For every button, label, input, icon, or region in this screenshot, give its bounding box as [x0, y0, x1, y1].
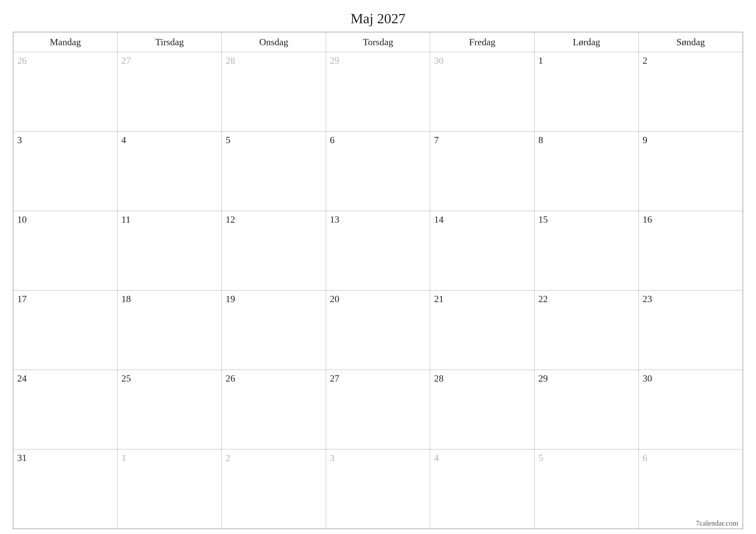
day-cell: 19: [222, 291, 326, 370]
day-number: 21: [434, 293, 444, 304]
day-cell: 4: [118, 132, 222, 211]
weekday-header: Onsdag: [222, 32, 326, 52]
day-cell: 29: [534, 370, 639, 449]
day-cell: 3: [326, 449, 430, 529]
day-cell: 3: [13, 132, 118, 211]
day-number: 3: [330, 452, 335, 463]
day-number: 5: [226, 135, 230, 145]
day-number: 24: [17, 373, 27, 384]
day-cell: 16: [638, 211, 743, 291]
week-row: 10 11 12 13 14 15 16: [13, 211, 743, 291]
day-cell: 7: [430, 132, 534, 211]
day-number: 17: [17, 293, 27, 304]
day-number: 26: [226, 373, 235, 384]
day-number: 30: [434, 55, 444, 66]
day-cell: 27: [118, 52, 222, 132]
day-cell: 21: [430, 291, 534, 370]
day-cell: 28: [430, 370, 534, 449]
day-cell: 13: [326, 211, 430, 291]
day-cell: 25: [118, 370, 222, 449]
weekday-header-row: Mandag Tirsdag Onsdag Torsdag Fredag Lør…: [13, 32, 743, 52]
day-cell: 29: [326, 52, 430, 132]
day-number: 27: [121, 55, 131, 66]
day-cell: 2: [638, 52, 743, 132]
day-cell: 6: [326, 132, 430, 211]
calendar-grid: Mandag Tirsdag Onsdag Torsdag Fredag Lør…: [13, 32, 743, 529]
day-number: 28: [226, 55, 235, 66]
day-number: 5: [538, 452, 543, 463]
day-number: 4: [434, 452, 439, 463]
day-cell: 6: [638, 449, 743, 529]
day-number: 25: [121, 373, 131, 384]
day-number: 15: [538, 214, 548, 225]
weekday-header: Fredag: [430, 32, 534, 52]
day-cell: 17: [13, 291, 118, 370]
day-number: 29: [330, 55, 339, 66]
day-cell: 18: [118, 291, 222, 370]
day-number: 16: [643, 214, 652, 225]
day-cell: 31: [13, 449, 118, 529]
day-number: 19: [226, 293, 235, 304]
day-number: 14: [434, 214, 444, 225]
week-row: 3 4 5 6 7 8 9: [13, 132, 743, 211]
day-cell: 12: [222, 211, 326, 291]
day-cell: 4: [430, 449, 534, 529]
weekday-header: Tirsdag: [118, 32, 222, 52]
day-cell: 30: [430, 52, 534, 132]
day-cell: 11: [118, 211, 222, 291]
footer-credit: 7calendar.com: [13, 519, 743, 527]
week-row: 26 27 28 29 30 1 2: [13, 52, 743, 132]
day-cell: 15: [534, 211, 639, 291]
day-cell: 14: [430, 211, 534, 291]
day-number: 29: [538, 373, 548, 384]
day-number: 31: [17, 452, 27, 463]
day-number: 18: [121, 293, 131, 304]
day-cell: 26: [222, 370, 326, 449]
day-number: 28: [434, 373, 444, 384]
day-number: 27: [330, 373, 339, 384]
day-number: 30: [643, 373, 652, 384]
weekday-header: Torsdag: [326, 32, 430, 52]
day-cell: 27: [326, 370, 430, 449]
day-cell: 5: [222, 132, 326, 211]
day-cell: 24: [13, 370, 118, 449]
day-number: 6: [330, 135, 335, 145]
calendar-body: 26 27 28 29 30 1 2 3 4 5 6 7 8 9 10 11 1…: [13, 52, 743, 529]
day-number: 23: [643, 293, 652, 304]
day-number: 2: [643, 55, 647, 66]
day-number: 22: [538, 293, 548, 304]
day-number: 2: [226, 452, 230, 463]
day-number: 3: [17, 135, 22, 145]
day-number: 13: [330, 214, 339, 225]
day-cell: 1: [534, 52, 639, 132]
day-cell: 10: [13, 211, 118, 291]
day-number: 1: [538, 55, 543, 66]
day-number: 26: [17, 55, 27, 66]
day-cell: 20: [326, 291, 430, 370]
day-number: 8: [538, 135, 543, 145]
weekday-header: Lørdag: [534, 32, 639, 52]
week-row: 31 1 2 3 4 5 6: [13, 449, 743, 529]
day-number: 7: [434, 135, 439, 145]
day-cell: 26: [13, 52, 118, 132]
weekday-header: Søndag: [638, 32, 743, 52]
day-number: 11: [121, 214, 130, 225]
day-number: 10: [17, 214, 27, 225]
calendar-page: Maj 2027 Mandag Tirsdag Onsdag Torsdag F…: [0, 0, 756, 534]
week-row: 17 18 19 20 21 22 23: [13, 291, 743, 370]
day-cell: 9: [638, 132, 743, 211]
day-cell: 30: [638, 370, 743, 449]
day-cell: 5: [534, 449, 639, 529]
day-cell: 28: [222, 52, 326, 132]
day-cell: 23: [638, 291, 743, 370]
week-row: 24 25 26 27 28 29 30: [13, 370, 743, 449]
page-title: Maj 2027: [13, 10, 743, 27]
day-number: 1: [121, 452, 126, 463]
day-cell: 2: [222, 449, 326, 529]
day-number: 20: [330, 293, 339, 304]
day-number: 12: [226, 214, 235, 225]
day-number: 6: [643, 452, 647, 463]
day-cell: 1: [118, 449, 222, 529]
weekday-header: Mandag: [13, 32, 118, 52]
day-cell: 22: [534, 291, 639, 370]
